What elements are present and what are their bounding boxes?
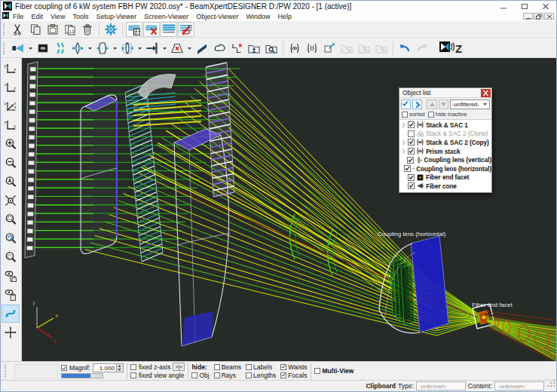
object-list-item[interactable]: Fiber end facet (399, 173, 491, 182)
view-xz-button[interactable]: xz (2, 78, 20, 96)
auto-lens-dropdown[interactable] (136, 41, 143, 56)
stepper-down-button[interactable] (117, 368, 123, 372)
expand-icon[interactable] (401, 122, 406, 128)
resize-grip[interactable] (546, 377, 555, 390)
minimize-button[interactable] (493, 1, 514, 12)
catalog-search-button[interactable] (263, 41, 280, 56)
paste-view-settings-button[interactable] (2, 286, 20, 304)
object-visibility-checkbox[interactable] (408, 148, 415, 155)
freeform-element-button[interactable] (211, 41, 228, 56)
beam-delete-button[interactable] (143, 22, 160, 37)
stack-insert-button[interactable] (304, 41, 320, 56)
stack-transform-button[interactable] (321, 41, 338, 56)
mirror-button[interactable] (144, 41, 161, 56)
cut-button[interactable] (10, 22, 26, 37)
hide-lengths-checkbox[interactable] (246, 372, 252, 378)
expand-icon[interactable] (401, 139, 406, 145)
settings-gear-button[interactable] (103, 22, 119, 37)
thin-lens-button[interactable] (69, 41, 86, 56)
beam-table-button[interactable] (126, 22, 142, 37)
undo-button[interactable] (396, 41, 413, 56)
duplicate-button[interactable]: 12 (62, 22, 78, 37)
object-visibility-checkbox[interactable] (408, 121, 415, 128)
stack-edit-button[interactable] (286, 41, 303, 56)
fixed-z-axis-checkbox[interactable] (130, 364, 136, 370)
view-yz-button[interactable]: yz (2, 60, 20, 78)
viewport-3d[interactable]: Coupling lens (horizontal) Fiber end fac… (22, 58, 556, 361)
beam-parallel-button[interactable] (161, 22, 177, 37)
mdi-close-button[interactable] (544, 13, 554, 20)
toolbar-grip[interactable] (3, 42, 7, 54)
aperture-button[interactable] (52, 41, 69, 56)
zoom-center-button[interactable] (2, 191, 20, 210)
mdi-restore-button[interactable] (534, 13, 543, 20)
expand-icon[interactable] (401, 149, 406, 155)
laser-source-dropdown[interactable] (27, 41, 34, 56)
apply-selection-button[interactable] (412, 100, 422, 109)
object-list-item[interactable]: Coupling lens (vertical) (399, 155, 491, 164)
thick-lens-dropdown[interactable] (112, 41, 118, 56)
fit-z-button[interactable]: >|< (173, 363, 185, 371)
magnification-stepper[interactable]: 1.000 (93, 363, 124, 372)
object-visibility-checkbox[interactable] (408, 174, 415, 181)
auto-lens-button[interactable] (119, 41, 136, 56)
hide-rays-checkbox[interactable] (214, 372, 220, 378)
menu-view[interactable]: View (47, 13, 69, 20)
object-list-item[interactable]: Prism stack (399, 147, 491, 156)
flat-mirror-button[interactable] (194, 41, 210, 56)
menu-screen-viewer[interactable]: Screen-Viewer (140, 13, 192, 20)
object-list-titlebar[interactable]: Object list (399, 88, 491, 98)
magnification-value[interactable]: 1.000 (93, 363, 117, 372)
object-visibility-checkbox[interactable] (404, 165, 411, 172)
object-visibility-checkbox[interactable] (408, 182, 415, 189)
user-object-button[interactable] (246, 41, 262, 56)
prism-dropdown[interactable] (186, 41, 193, 56)
menu-edit[interactable]: Edit (28, 13, 47, 20)
maximize-button[interactable] (514, 1, 535, 12)
object-list-item[interactable]: Stack & SAC 2 (Clone) (399, 130, 491, 139)
menu-window[interactable]: Window (243, 13, 274, 20)
laser-source-button[interactable] (10, 41, 26, 56)
thick-lens-button[interactable] (94, 41, 111, 56)
pan-view-button[interactable] (2, 323, 20, 341)
menu-help[interactable]: Help (274, 13, 296, 20)
object-list-item[interactable]: Coupling lens (horizontal) (399, 164, 491, 173)
view-3d-button[interactable]: yxz (2, 97, 20, 115)
multi-view-checkbox[interactable] (314, 368, 320, 374)
paste-button[interactable] (44, 22, 61, 37)
magnification-checkbox[interactable] (61, 365, 67, 371)
activate-selected-button[interactable] (401, 100, 411, 109)
menu-file[interactable]: File (9, 13, 28, 20)
hide-waists-checkbox[interactable] (280, 364, 286, 370)
hide-inactive-checkbox[interactable] (428, 112, 434, 118)
toolbar-grip[interactable] (3, 23, 7, 35)
beam-hide-button[interactable] (178, 22, 194, 37)
mirror-dropdown[interactable] (161, 41, 168, 56)
zoom-next-button[interactable] (2, 248, 20, 266)
coordinate-break-button[interactable] (228, 41, 245, 56)
zoom-in-button[interactable] (2, 135, 20, 153)
screen-button[interactable] (35, 41, 51, 56)
mdi-minimize-button[interactable] (523, 13, 533, 20)
prism-button[interactable] (169, 41, 185, 56)
zoom-region-button[interactable] (2, 210, 20, 228)
object-list-item[interactable]: Fiber cone (399, 182, 491, 191)
panel-close-button[interactable] (481, 89, 491, 97)
object-visibility-checkbox[interactable] (408, 139, 415, 145)
fixed-view-angle-checkbox[interactable] (130, 372, 136, 378)
sorted-checkbox[interactable] (402, 112, 408, 118)
object-list-item[interactable]: Stack & SAC 2 (Copy) (399, 138, 491, 147)
hide-focals-checkbox[interactable] (280, 372, 286, 378)
rotate-view-button[interactable] (2, 305, 20, 323)
object-list-item[interactable]: Stack & SAC 1 (399, 121, 491, 130)
menu-tools[interactable]: Tools (69, 13, 92, 20)
zoom-out-button[interactable] (2, 154, 20, 172)
hide-beams-checkbox[interactable] (214, 364, 220, 370)
toolbar-grip[interactable] (5, 365, 8, 377)
object-visibility-checkbox[interactable] (407, 157, 414, 164)
copy-button[interactable] (27, 22, 44, 37)
thin-lens-dropdown[interactable] (87, 41, 93, 56)
filter-dropdown[interactable]: -unfiltered- (450, 100, 490, 109)
delete-button[interactable] (79, 22, 96, 37)
close-button[interactable] (535, 1, 556, 12)
